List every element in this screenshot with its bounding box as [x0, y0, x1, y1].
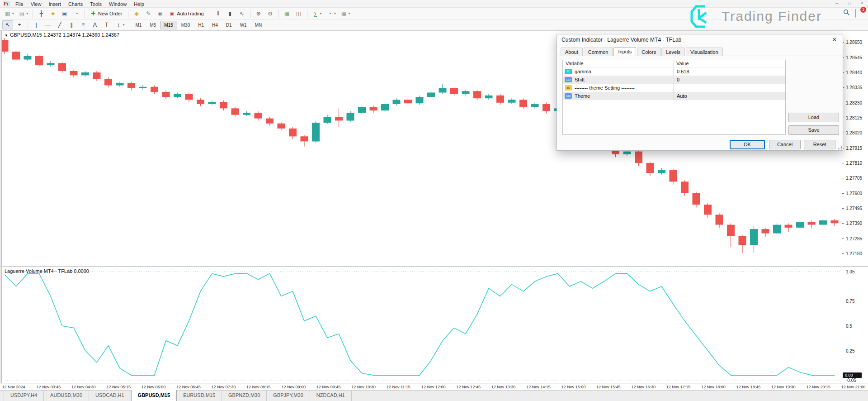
candle-body [197, 100, 204, 104]
periods-button[interactable]: ◔▾ [324, 9, 338, 18]
channel-icon[interactable]: ∥ [66, 20, 77, 29]
menu-view[interactable]: View [27, 1, 45, 7]
parameter-row[interactable]: 123ThemeAuto [563, 92, 785, 100]
new-chart-button[interactable]: ▥▾ [2, 9, 16, 18]
indicator-label: Laguerre Volume MT4 - TFLab 0.0000 [5, 268, 89, 274]
fibonacci-icon[interactable]: ≡ [78, 20, 89, 29]
chart-tab-eurusd-m15[interactable]: EURUSD,M15 [177, 391, 222, 401]
dialog-tab-inputs[interactable]: Inputs [613, 47, 636, 56]
notification-icon[interactable]: 1 [855, 10, 863, 16]
chart-tab-nzdcad-h1[interactable]: NZDCAD,H1 [310, 391, 352, 401]
zoom-in-icon[interactable]: ⊕ [253, 9, 264, 18]
autotrading-button[interactable]: ◉AutoTrading [166, 9, 207, 18]
shapes-icon[interactable]: ↕▾ [113, 20, 127, 29]
market-watch-icon[interactable]: ╋ [36, 9, 47, 18]
reset-button[interactable]: Reset [804, 140, 835, 149]
label-icon[interactable]: T [101, 20, 112, 29]
menu-tools[interactable]: Tools [86, 1, 105, 7]
strategy-tester-icon[interactable]: ◔ [71, 9, 82, 18]
menu-charts[interactable]: Charts [65, 1, 86, 7]
dialog-tab-about[interactable]: About [561, 48, 583, 56]
line-mode-icon[interactable]: ∿ [236, 9, 247, 18]
timeframe-h4[interactable]: H4 [208, 21, 222, 29]
metaeditor-icon[interactable]: ◆ [131, 9, 142, 18]
time-axis-label: 12 Nov 05:15 [106, 385, 131, 389]
close-window-icon[interactable]: × [859, 0, 865, 5]
templates-button[interactable]: ▦▾ [339, 9, 352, 18]
time-axis-label: 12 Nov 04:30 [71, 385, 96, 389]
crosshair-button[interactable]: + [14, 20, 25, 29]
chart-tab-usdcad-h1[interactable]: USDCAD,H1 [89, 391, 131, 401]
tile-windows-icon[interactable]: ▦ [282, 9, 292, 18]
timeframe-w1[interactable]: W1 [236, 21, 251, 29]
horizontal-line-icon[interactable]: — [42, 20, 53, 29]
zoom-out-icon[interactable]: ⊖ [265, 9, 276, 18]
search-icon[interactable] [843, 9, 850, 16]
parameter-row[interactable]: ½gamma0.618 [563, 67, 785, 76]
timeframe-mn[interactable]: MN [251, 21, 266, 29]
chart-tab-audusd-m30[interactable]: AUDUSD,M30 [44, 391, 89, 401]
dialog-titlebar[interactable]: Custom Indicator - Laguerre Volume MT4 -… [557, 34, 843, 45]
parameter-name: Shift [575, 77, 585, 82]
dialog-tab-levels[interactable]: Levels [661, 48, 685, 56]
panel-divider[interactable] [0, 266, 868, 267]
save-button[interactable]: Save [788, 125, 839, 135]
parameter-row[interactable]: ab-------- theme Setting -------- [563, 84, 785, 92]
toolbar-separator [278, 10, 279, 18]
ok-button[interactable]: OK [730, 140, 765, 149]
parameter-name: -------- theme Setting -------- [575, 85, 635, 91]
dialog-resize-grip[interactable] [838, 146, 842, 149]
price-axis[interactable]: 1.286501.285451.284401.283351.282301.281… [842, 31, 868, 383]
vertical-line-icon[interactable]: | [31, 20, 42, 29]
dropdown-caret-icon: ▾ [123, 23, 125, 27]
candles-mode-icon[interactable]: ▮ [225, 9, 236, 18]
bars-mode-icon[interactable]: ‖ [213, 9, 224, 18]
chart-tab-gbpusd-m15[interactable]: GBPUSD,M15 [131, 390, 177, 401]
parameter-row[interactable]: 123Shift0 [563, 76, 785, 84]
timeframe-m15[interactable]: M15 [160, 21, 177, 29]
menu-help[interactable]: Help [130, 1, 148, 7]
zoom-in-icon: ⊕ [255, 10, 262, 17]
cascade-windows-icon[interactable]: ◫ [293, 9, 304, 18]
navigator-icon[interactable]: ★ [47, 9, 58, 18]
candle-body [231, 108, 239, 115]
parameter-value[interactable]: 0.618 [674, 69, 689, 74]
dialog-tab-common[interactable]: Common [584, 48, 613, 56]
chart-tab-gbpjpy-m30[interactable]: GBPJPY,M30 [267, 391, 310, 401]
indicators-button[interactable]: ∑▾ [310, 9, 324, 18]
chart-tab-usdjpy-h4[interactable]: USDJPY,H4 [4, 391, 44, 401]
indicator-axis-label: 0.25 [846, 348, 854, 353]
timeframe-m1[interactable]: M1 [132, 21, 146, 29]
candle-body [35, 56, 43, 66]
new-order-button[interactable]: ✚New Order [88, 9, 125, 18]
timeframe-d1[interactable]: D1 [222, 21, 236, 29]
parameter-value[interactable]: 0 [674, 77, 679, 82]
param-type-double-icon: ½ [565, 69, 572, 74]
candle-body [301, 136, 308, 141]
timeframe-m5[interactable]: M5 [146, 21, 160, 29]
candle-body [739, 236, 746, 245]
dialog-tab-visualization[interactable]: Visualization [686, 48, 723, 56]
menu-insert[interactable]: Insert [45, 1, 65, 7]
timeframe-h1[interactable]: H1 [194, 21, 208, 29]
text-icon[interactable]: A [90, 20, 100, 29]
menu-file[interactable]: File [12, 1, 27, 7]
maximize-icon[interactable]: □ [846, 0, 853, 5]
sounds-icon[interactable]: ◉ [155, 9, 165, 18]
terminal-icon[interactable]: ▣ [59, 9, 70, 18]
chart-tab-gbpnzd-m30[interactable]: GBPNZD,M30 [222, 391, 267, 401]
time-axis[interactable]: 12 Nov 202412 Nov 03:4512 Nov 04:3012 No… [0, 383, 868, 390]
menu-window[interactable]: Window [105, 1, 130, 7]
profiles-button[interactable]: ▤▾ [17, 9, 30, 18]
metaquotes-icon[interactable]: ✎ [143, 9, 154, 18]
cancel-button[interactable]: Cancel [769, 140, 801, 149]
minimize-icon[interactable]: – [834, 0, 840, 5]
parameter-value[interactable]: Auto [674, 93, 687, 99]
load-button[interactable]: Load [788, 113, 839, 122]
collapse-indicator-icon[interactable]: ▼ [5, 33, 8, 38]
dialog-close-icon[interactable]: ✕ [830, 36, 839, 43]
dialog-tab-colors[interactable]: Colors [637, 48, 660, 56]
trendline-icon[interactable]: ╱ [54, 20, 65, 29]
timeframe-m30[interactable]: M30 [177, 21, 194, 29]
cursor-button[interactable]: ↖ [2, 20, 13, 29]
